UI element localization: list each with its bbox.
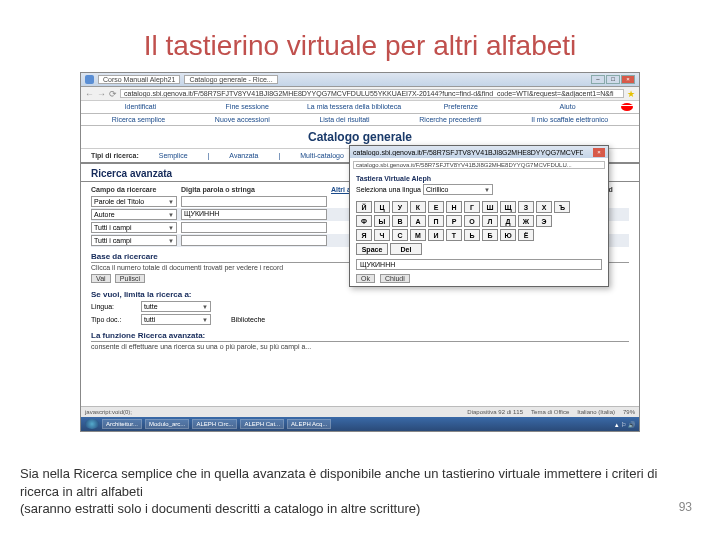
maximize-button[interactable]: □ — [606, 75, 620, 84]
slide-title: Il tastierino virtuale per altri alfabet… — [0, 0, 720, 72]
key-Ё[interactable]: Ё — [518, 229, 534, 241]
pulisci-button[interactable]: Pulisci — [115, 274, 145, 283]
key-Т[interactable]: Т — [446, 229, 462, 241]
key-У[interactable]: У — [392, 201, 408, 213]
sub-nuove-accessioni[interactable]: Nuove accessioni — [215, 116, 270, 123]
key-del[interactable]: Del — [390, 243, 422, 255]
search-input-2[interactable]: ЩУКИННН — [181, 209, 327, 220]
browser-tab-2[interactable]: Catalogo generale - Rice... — [184, 75, 277, 84]
popup-url-field[interactable]: catalogo.sbi.genova.it/F/58R7SFJTV8YV41B… — [353, 161, 605, 169]
key-З[interactable]: З — [518, 201, 534, 213]
key-Э[interactable]: Э — [536, 215, 552, 227]
key-Ш[interactable]: Ш — [482, 201, 498, 213]
key-В[interactable]: В — [392, 215, 408, 227]
top-nav: Identificati Fine sessione La mia tesser… — [81, 101, 639, 114]
nav-tessera[interactable]: La mia tessera della biblioteca — [301, 103, 408, 111]
key-Щ[interactable]: Щ — [500, 201, 516, 213]
sub-nav: Ricerca semplice Nuove accessioni Lista … — [81, 114, 639, 126]
search-input-3[interactable] — [181, 222, 327, 233]
task-item[interactable]: Architettur... — [102, 419, 142, 429]
nav-fine-sessione[interactable]: Fine sessione — [194, 103, 301, 111]
col-digita: Digita parola o stringa — [181, 186, 331, 193]
sub-ricerca-semplice[interactable]: Ricerca semplice — [112, 116, 165, 123]
key-А[interactable]: А — [410, 215, 426, 227]
favorite-icon[interactable]: ★ — [627, 89, 635, 99]
key-Ъ[interactable]: Ъ — [554, 201, 570, 213]
system-tray[interactable]: ▲ ⚐ 🔊 — [614, 421, 635, 428]
address-bar: ← → ⟳ catalogo.sbi.genova.it/F/58R7SFJTV… — [81, 87, 639, 101]
key-П[interactable]: П — [428, 215, 444, 227]
forward-icon[interactable]: → — [97, 89, 106, 99]
type-semplice[interactable]: Semplice — [159, 152, 188, 159]
field-select-4[interactable]: Tutti i campi▼ — [91, 235, 177, 246]
key-Й[interactable]: Й — [356, 201, 372, 213]
task-item[interactable]: Modulo_arc... — [145, 419, 189, 429]
key-Х[interactable]: Х — [536, 201, 552, 213]
key-Б[interactable]: Б — [482, 229, 498, 241]
key-Е[interactable]: Е — [428, 201, 444, 213]
window-titlebar: Corso Manuali Aleph21 Catalogo generale … — [81, 73, 639, 87]
search-input-1[interactable] — [181, 196, 327, 207]
key-Л[interactable]: Л — [482, 215, 498, 227]
close-button[interactable]: × — [621, 75, 635, 84]
key-Ч[interactable]: Ч — [374, 229, 390, 241]
status-slide: Diapositiva 92 di 115 — [467, 409, 523, 415]
type-avanzata[interactable]: Avanzata — [229, 152, 258, 159]
key-К[interactable]: К — [410, 201, 426, 213]
minimize-button[interactable]: – — [591, 75, 605, 84]
key-И[interactable]: И — [428, 229, 444, 241]
keyboard: ЙЦУКЕНГШЩЗХЪ ФЫВАПРОЛДЖЭ ЯЧСМИТЬБЮЁ Spac… — [356, 201, 602, 255]
task-item[interactable]: ALEPH Cat... — [240, 419, 284, 429]
key-Н[interactable]: Н — [446, 201, 462, 213]
key-С[interactable]: С — [392, 229, 408, 241]
sub-scaffale[interactable]: Il mio scaffale elettronico — [531, 116, 608, 123]
field-select-3[interactable]: Tutti i campi▼ — [91, 222, 177, 233]
status-theme: Tema di Office — [531, 409, 569, 415]
start-button[interactable] — [85, 419, 99, 429]
reload-icon[interactable]: ⟳ — [109, 89, 117, 99]
browser-screenshot: Corso Manuali Aleph21 Catalogo generale … — [80, 72, 640, 432]
popup-close-button[interactable]: × — [593, 148, 605, 157]
status-lang: Italiano (Italia) — [577, 409, 615, 415]
key-О[interactable]: О — [464, 215, 480, 227]
kb-chiudi-button[interactable]: Chiudi — [380, 274, 410, 283]
key-Ь[interactable]: Ь — [464, 229, 480, 241]
browser-tab-1[interactable]: Corso Manuali Aleph21 — [98, 75, 180, 84]
key-Ы[interactable]: Ы — [374, 215, 390, 227]
popup-url-title: catalogo.sbi.genova.it/F/58R7SFJTV8YV41B… — [353, 149, 583, 156]
key-Я[interactable]: Я — [356, 229, 372, 241]
chevron-down-icon: ▼ — [202, 317, 208, 323]
key-Д[interactable]: Д — [500, 215, 516, 227]
type-multi[interactable]: Multi-catalogo — [300, 152, 344, 159]
sub-lista-risultati[interactable]: Lista dei risultati — [319, 116, 369, 123]
key-М[interactable]: М — [410, 229, 426, 241]
key-Р[interactable]: Р — [446, 215, 462, 227]
kb-ok-button[interactable]: Ok — [356, 274, 375, 283]
key-Г[interactable]: Г — [464, 201, 480, 213]
key-Ю[interactable]: Ю — [500, 229, 516, 241]
nav-identificati[interactable]: Identificati — [87, 103, 194, 111]
field-select-2[interactable]: Autore▼ — [91, 209, 177, 220]
task-item[interactable]: ALEPH Circ... — [192, 419, 237, 429]
kb-lang-select[interactable]: Cirillico▼ — [423, 184, 493, 195]
key-space[interactable]: Space — [356, 243, 388, 255]
key-Ц[interactable]: Ц — [374, 201, 390, 213]
slide-caption: Sia nella Ricerca semplice che in quella… — [20, 465, 660, 518]
nav-aiuto[interactable]: Aiuto — [514, 103, 621, 111]
field-select-1[interactable]: Parole del Titolo▼ — [91, 196, 177, 207]
sub-ricerche-precedenti[interactable]: Ricerche precedenti — [419, 116, 481, 123]
flag-icon[interactable] — [621, 103, 633, 111]
key-Ф[interactable]: Ф — [356, 215, 372, 227]
status-left: javascript:void(0); — [85, 409, 132, 415]
search-input-4[interactable] — [181, 235, 327, 246]
popup-titlebar: catalogo.sbi.genova.it/F/58R7SFJTV8YV41B… — [350, 146, 608, 158]
lingua-select[interactable]: tutte▼ — [141, 301, 211, 312]
kb-output[interactable]: ЩУКИННН — [356, 259, 602, 270]
url-field[interactable]: catalogo.sbi.genova.it/F/58R7SFJTV8YV41B… — [120, 89, 624, 98]
key-Ж[interactable]: Ж — [518, 215, 534, 227]
task-item[interactable]: ALEPH Acq... — [287, 419, 331, 429]
tipodoc-select[interactable]: tutti▼ — [141, 314, 211, 325]
vai-button[interactable]: Vai — [91, 274, 111, 283]
nav-preferenze[interactable]: Preferenze — [407, 103, 514, 111]
back-icon[interactable]: ← — [85, 89, 94, 99]
